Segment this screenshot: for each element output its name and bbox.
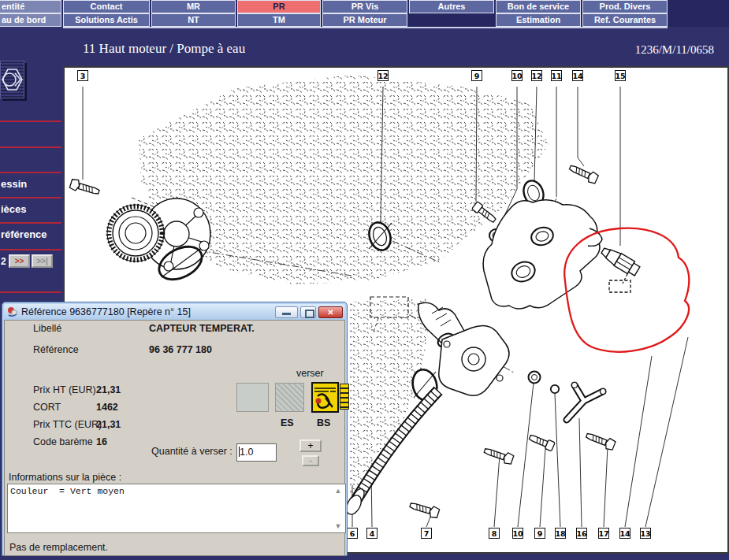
close-button[interactable]: ✕ bbox=[318, 306, 343, 318]
tab-tm[interactable]: TM bbox=[237, 13, 321, 27]
water-outlet-housing-part-11 bbox=[483, 200, 602, 309]
part-info-textarea[interactable]: Couleur = Vert moyen ▲ ▼ bbox=[7, 484, 346, 533]
svg-text:3: 3 bbox=[80, 72, 86, 80]
callout-6[interactable]: 6 bbox=[348, 528, 358, 539]
callout-16[interactable]: 16 bbox=[576, 528, 587, 539]
callout-3[interactable]: 3 bbox=[78, 71, 88, 81]
oring-part-18 bbox=[551, 385, 559, 393]
callout-12a[interactable]: 12 bbox=[378, 71, 388, 81]
tab-pr[interactable]: PR bbox=[237, 0, 321, 13]
svg-text:9: 9 bbox=[474, 72, 480, 80]
tab-bon-de-service[interactable]: Bon de service bbox=[496, 0, 581, 13]
prix-ttc-value: 21,31 bbox=[96, 419, 121, 430]
svg-text:8: 8 bbox=[492, 529, 497, 538]
callout-17[interactable]: 17 bbox=[598, 528, 608, 539]
tab-identite[interactable]: entité bbox=[0, 0, 61, 13]
tab-contact[interactable]: Contact bbox=[63, 0, 150, 13]
next-page-button[interactable]: >> bbox=[9, 254, 30, 268]
scroll-up-icon[interactable]: ▲ bbox=[333, 486, 343, 495]
callout-10a[interactable]: 10 bbox=[511, 71, 523, 81]
libelle-label: Libellé bbox=[33, 323, 61, 334]
svg-text:10: 10 bbox=[511, 72, 523, 80]
svg-text:11: 11 bbox=[551, 72, 561, 80]
reference-label: Référence bbox=[33, 344, 79, 355]
tab-ref-courantes[interactable]: Ref. Courantes bbox=[582, 13, 668, 27]
quantity-minus-button[interactable]: - bbox=[302, 455, 319, 466]
prix-ttc-label: Prix TTC (EUR) bbox=[33, 419, 102, 430]
svg-text:18: 18 bbox=[555, 529, 566, 538]
callout-9b[interactable]: 9 bbox=[535, 528, 545, 539]
svg-text:14: 14 bbox=[619, 529, 630, 538]
sidebar-item-pieces[interactable]: ièces bbox=[1, 203, 27, 215]
es-label: ES bbox=[281, 417, 294, 428]
callout-10b[interactable]: 10 bbox=[512, 528, 523, 539]
quantity-plus-button[interactable]: + bbox=[299, 439, 322, 452]
tab-solutions-actis[interactable]: Solutions Actis bbox=[63, 13, 150, 27]
washer-part-10b bbox=[529, 372, 541, 384]
tab-prod-divers[interactable]: Prod. Divers bbox=[582, 0, 668, 13]
quantity-input[interactable]: 1.0 bbox=[236, 443, 277, 462]
last-page-button[interactable]: >>| bbox=[32, 254, 53, 268]
header-tab-bar: entité Contact MR PR PR Vis Autres Bon d… bbox=[0, 0, 729, 27]
callout-7[interactable]: 7 bbox=[422, 528, 432, 539]
water-pump-part bbox=[107, 198, 210, 271]
replacement-status: Pas de remplacement. bbox=[9, 542, 108, 553]
cort-label: CORT bbox=[33, 402, 61, 413]
page-indicator: 2 bbox=[1, 256, 6, 267]
thermostat-housing-part bbox=[439, 325, 509, 395]
tab-pr-moteur[interactable]: PR Moteur bbox=[322, 13, 407, 27]
tab-mr[interactable]: MR bbox=[151, 0, 236, 13]
tab-estimation[interactable]: Estimation bbox=[496, 13, 581, 27]
callout-4[interactable]: 4 bbox=[367, 528, 378, 539]
sidebar-item-reference[interactable]: référence bbox=[1, 228, 47, 240]
sidebar-divider bbox=[0, 121, 61, 122]
bolt-part-3 bbox=[69, 178, 100, 197]
dialog-titlebar[interactable]: Référence 9636777180 [Repère n° 15] ✕ bbox=[4, 304, 345, 320]
header-divider bbox=[0, 27, 668, 28]
svg-text:4: 4 bbox=[370, 529, 375, 538]
brand-logo-icon bbox=[0, 61, 24, 98]
callout-12b[interactable]: 12 bbox=[531, 71, 541, 81]
svg-text:7: 7 bbox=[424, 529, 430, 538]
code-bareme-value: 16 bbox=[96, 436, 107, 447]
libelle-value: CAPTEUR TEMPERAT. bbox=[149, 323, 255, 334]
cort-value: 1462 bbox=[96, 402, 118, 413]
restore-button[interactable] bbox=[300, 306, 316, 318]
verser-es-button[interactable] bbox=[275, 383, 304, 412]
svg-text:9: 9 bbox=[537, 529, 543, 538]
sidebar-item-dessin[interactable]: essin bbox=[1, 178, 27, 190]
bolt-part-17 bbox=[585, 430, 616, 451]
callout-11[interactable]: 11 bbox=[551, 71, 561, 81]
part-info-text: Couleur = Vert moyen bbox=[10, 486, 125, 496]
tab-tableau-de-bord[interactable]: au de bord bbox=[0, 13, 61, 27]
part-detail-dialog: Référence 9636777180 [Repère n° 15] ✕ Li… bbox=[2, 302, 348, 556]
svg-text:12: 12 bbox=[531, 72, 541, 80]
svg-text:17: 17 bbox=[598, 529, 608, 538]
svg-text:16: 16 bbox=[576, 529, 587, 538]
svg-text:14: 14 bbox=[572, 72, 583, 80]
callout-18[interactable]: 18 bbox=[555, 528, 566, 539]
dialog-app-icon bbox=[6, 306, 19, 318]
quantity-label: Quantité à verser : bbox=[151, 446, 232, 457]
verser-blank-button[interactable] bbox=[236, 383, 269, 412]
callout-8[interactable]: 8 bbox=[489, 528, 500, 539]
code-bareme-label: Code barème bbox=[33, 436, 93, 447]
prix-ht-value: 21,31 bbox=[96, 384, 121, 395]
sidebar-divider bbox=[0, 197, 61, 198]
callout-14b[interactable]: 14 bbox=[619, 528, 630, 539]
svg-text:10: 10 bbox=[512, 529, 523, 538]
callout-13[interactable]: 13 bbox=[640, 528, 650, 539]
tab-autres[interactable]: Autres bbox=[409, 0, 494, 13]
bolt-part-7 bbox=[409, 499, 440, 518]
sidebar-divider bbox=[0, 291, 61, 293]
svg-text:6: 6 bbox=[350, 529, 355, 538]
verser-bs-button[interactable] bbox=[311, 382, 339, 413]
callout-15[interactable]: 15 bbox=[615, 71, 625, 81]
callout-boxes-bottom: 6 4 7 8 10 9 18 16 17 14 13 bbox=[348, 528, 651, 539]
scroll-down-icon[interactable]: ▼ bbox=[333, 521, 343, 531]
callout-9a[interactable]: 9 bbox=[472, 71, 482, 81]
tab-nt[interactable]: NT bbox=[151, 13, 236, 27]
tab-pr-vis[interactable]: PR Vis bbox=[322, 0, 407, 13]
callout-14a[interactable]: 14 bbox=[572, 71, 583, 81]
minimize-button[interactable] bbox=[275, 306, 298, 318]
